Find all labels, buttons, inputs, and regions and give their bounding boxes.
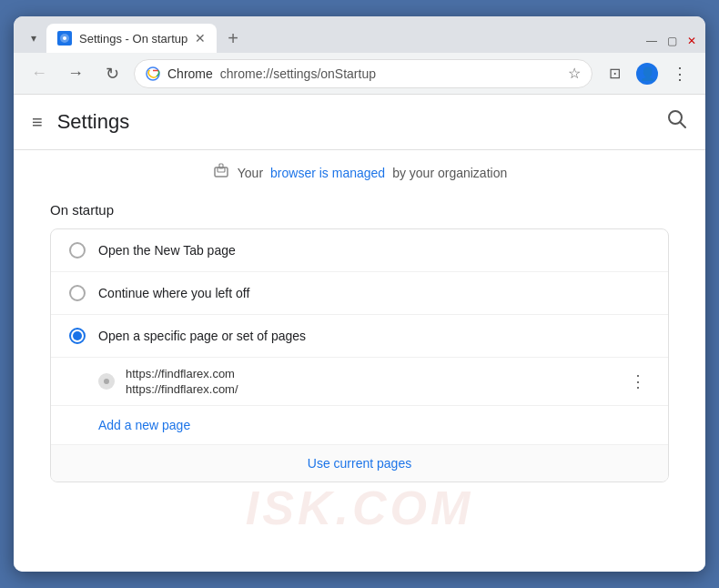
managed-text-before: Your xyxy=(238,166,263,180)
tab-dropdown-btn[interactable]: ▾ xyxy=(21,24,46,53)
on-startup-section: On startup Open the New Tab page Continu… xyxy=(14,195,705,501)
tab-favicon xyxy=(57,31,72,46)
active-tab[interactable]: Settings - On startup ✕ xyxy=(46,24,217,53)
radio-continue[interactable] xyxy=(69,285,86,301)
page-content: ≡ Settings Your browser is managed by yo… xyxy=(14,95,705,572)
chrome-label: Chrome xyxy=(167,66,213,81)
option-new-tab[interactable]: Open the New Tab page xyxy=(51,229,668,271)
title-bar: ▾ Settings - On startup ✕ + — ▢ ✕ xyxy=(14,16,705,53)
toolbar-actions: ⊡ 👤 ⋮ xyxy=(600,59,694,88)
page-more-button[interactable]: ⋮ xyxy=(626,368,650,395)
address-text: chrome://settings/onStartup xyxy=(220,66,561,81)
extensions-button[interactable]: ⊡ xyxy=(600,59,629,88)
maximize-button[interactable]: ▢ xyxy=(665,35,678,47)
back-button[interactable]: ← xyxy=(25,59,54,88)
new-tab-button[interactable]: + xyxy=(220,25,246,53)
page-url-1: https://findflarex.com xyxy=(126,367,615,380)
add-page-row: Add a new page xyxy=(51,405,668,444)
option-new-tab-label: Open the New Tab page xyxy=(98,243,236,258)
tab-title: Settings - On startup xyxy=(79,32,187,46)
use-current-row: Use current pages xyxy=(51,444,668,482)
radio-new-tab[interactable] xyxy=(69,242,86,259)
page-urls: https://findflarex.com https://findflare… xyxy=(126,367,615,396)
managed-banner: Your browser is managed by your organiza… xyxy=(14,150,705,195)
managed-text-after: by your organization xyxy=(392,166,507,180)
page-title: Settings xyxy=(57,110,667,134)
svg-point-10 xyxy=(104,379,109,384)
forward-button[interactable]: → xyxy=(61,59,90,88)
toolbar: ← → ↻ Chrome chrome://settings/onStartup… xyxy=(14,53,705,95)
svg-point-1 xyxy=(63,36,66,40)
page-url-2: https://findflarex.com/ xyxy=(126,382,615,396)
chrome-logo-icon xyxy=(146,66,160,81)
tab-close-btn[interactable]: ✕ xyxy=(195,32,206,45)
profile-button[interactable]: 👤 xyxy=(633,59,662,88)
managed-icon xyxy=(212,161,230,184)
add-page-link[interactable]: Add a new page xyxy=(98,418,190,432)
section-title: On startup xyxy=(50,202,669,218)
search-button[interactable] xyxy=(667,109,687,135)
option-continue[interactable]: Continue where you left off xyxy=(51,271,668,314)
managed-link[interactable]: browser is managed xyxy=(270,166,385,180)
page-favicon xyxy=(98,373,115,390)
window-controls: — ▢ ✕ xyxy=(645,35,698,53)
option-specific[interactable]: Open a specific page or set of pages xyxy=(51,314,668,357)
browser-window: ▾ Settings - On startup ✕ + — ▢ ✕ ← → ↻ xyxy=(14,16,705,572)
options-card: Open the New Tab page Continue where you… xyxy=(50,228,669,482)
option-continue-label: Continue where you left off xyxy=(98,286,249,300)
refresh-button[interactable]: ↻ xyxy=(97,59,127,88)
bookmark-icon[interactable]: ☆ xyxy=(568,65,581,82)
settings-header: ≡ Settings xyxy=(14,95,705,150)
radio-specific[interactable] xyxy=(69,328,86,344)
option-specific-label: Open a specific page or set of pages xyxy=(98,329,306,343)
minimize-button[interactable]: — xyxy=(645,35,658,47)
menu-button[interactable]: ≡ xyxy=(32,112,43,133)
close-button[interactable]: ✕ xyxy=(685,35,698,47)
more-options-button[interactable]: ⋮ xyxy=(665,59,694,88)
startup-page-entry: https://findflarex.com https://findflare… xyxy=(51,357,668,405)
use-current-link[interactable]: Use current pages xyxy=(308,456,411,471)
tab-strip: ▾ Settings - On startup ✕ + xyxy=(21,24,645,53)
svg-line-5 xyxy=(680,122,685,127)
address-bar[interactable]: Chrome chrome://settings/onStartup ☆ xyxy=(134,59,592,88)
